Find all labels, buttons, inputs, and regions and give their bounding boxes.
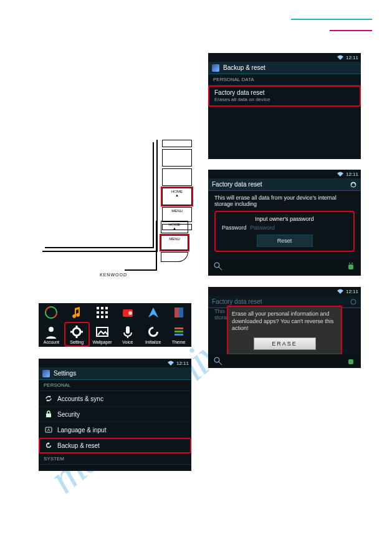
svg-rect-9	[101, 316, 103, 318]
home-button[interactable]: HOME▲	[162, 188, 192, 205]
header-line-teal	[291, 19, 372, 20]
status-time: 12:11	[346, 289, 358, 294]
svg-rect-25	[174, 334, 183, 336]
screen-title: Factory data reset	[212, 298, 262, 305]
svg-line-30	[219, 267, 222, 270]
book-icon[interactable]	[166, 303, 191, 322]
svg-point-29	[214, 263, 219, 268]
row-language-input[interactable]: A Language & input	[39, 422, 191, 438]
footer	[208, 259, 361, 273]
password-header: Input owner's password	[222, 216, 347, 222]
svg-rect-5	[97, 311, 99, 314]
android-icon[interactable]	[346, 261, 356, 271]
svg-rect-24	[174, 331, 183, 332]
svg-rect-37	[348, 359, 353, 364]
app-theme[interactable]: Theme	[166, 322, 191, 347]
app-voice[interactable]: Voice	[115, 322, 140, 347]
search-icon[interactable]	[213, 261, 223, 271]
svg-rect-23	[174, 327, 183, 329]
home-shortcut-bar: Account Setting Wallpaper Voice Initiali…	[39, 303, 191, 347]
app-wallpaper[interactable]: Wallpaper	[90, 322, 115, 347]
svg-rect-4	[105, 307, 108, 309]
brand-logo: KENWOOD	[100, 273, 127, 277]
menu-button[interactable]: MENU	[161, 235, 188, 250]
svg-point-15	[49, 327, 54, 332]
sync-icon	[45, 395, 52, 402]
svg-rect-8	[97, 316, 99, 318]
apps-grid-icon[interactable]	[90, 303, 115, 322]
lock-icon	[45, 410, 52, 418]
home-button[interactable]: HOME▲	[161, 221, 188, 233]
language-icon: A	[45, 426, 52, 433]
menu-button[interactable]: MENU	[162, 207, 192, 222]
password-input[interactable]: Password	[251, 225, 275, 231]
app-initialize[interactable]: Initialize	[140, 322, 166, 347]
svg-rect-10	[105, 316, 108, 318]
erase-confirm-dialog: Erase all your personal information and …	[227, 306, 342, 355]
backup-reset-screen: 12:11 Backup & reset PERSONAL DATA Facto…	[208, 53, 361, 159]
refresh-icon[interactable]	[350, 181, 357, 188]
svg-point-33	[351, 263, 353, 264]
svg-rect-13	[174, 308, 179, 317]
svg-text:A: A	[47, 428, 50, 432]
svg-rect-6	[101, 311, 103, 314]
svg-point-32	[349, 263, 350, 264]
media-icon[interactable]	[39, 303, 64, 322]
password-box: Input owner's password Password Password…	[214, 211, 355, 252]
reset-button[interactable]: Reset	[257, 235, 313, 247]
app-setting[interactable]: Setting	[64, 322, 90, 347]
svg-rect-31	[348, 264, 353, 269]
wifi-icon	[168, 361, 174, 366]
row-backup-reset[interactable]: Backup & reset	[39, 438, 191, 453]
app-account[interactable]: Account	[39, 322, 64, 347]
settings-screen: 12:11 Settings PERSONAL Accounts & sync …	[39, 359, 191, 471]
svg-rect-7	[105, 311, 108, 314]
status-bar: 12:11	[39, 359, 191, 367]
svg-rect-26	[46, 414, 51, 417]
wifi-icon	[337, 55, 343, 60]
search-icon[interactable]	[213, 356, 223, 366]
svg-point-12	[128, 311, 132, 315]
header-line-red	[330, 30, 372, 31]
radio-icon[interactable]	[115, 303, 140, 322]
status-bar: 12:11	[208, 170, 361, 178]
status-bar: 12:11	[208, 287, 361, 296]
svg-rect-3	[101, 307, 103, 309]
screen-title: Backup & reset	[223, 64, 265, 71]
section-personal-data: PERSONAL DATA	[208, 74, 361, 85]
nav-icon[interactable]	[140, 303, 166, 322]
svg-point-16	[73, 328, 80, 336]
svg-point-35	[214, 357, 219, 362]
factory-reset-password-screen: 12:11 Factory data reset This will erase…	[208, 170, 361, 276]
wifi-icon	[337, 289, 343, 294]
title-bar: Settings	[39, 367, 191, 380]
factory-reset-confirm-screen: 12:11 Factory data reset This will erase…	[208, 287, 361, 368]
title-bar: Backup & reset	[208, 62, 361, 74]
android-icon[interactable]	[346, 356, 356, 366]
password-label: Password	[222, 225, 247, 231]
screen-title: Factory data reset	[212, 181, 262, 188]
screen-title: Settings	[54, 370, 76, 377]
svg-rect-2	[97, 307, 99, 309]
section-system: SYSTEM	[39, 453, 191, 465]
reset-warning-text: This will erase all data from your devic…	[214, 195, 355, 207]
device-illustration-menu: HOME▲ MENU KENWOOD	[125, 221, 191, 277]
section-personal: PERSONAL	[39, 380, 191, 391]
status-bar: 12:11	[208, 53, 361, 62]
row-factory-data-reset[interactable]: Factory data reset Erases all data on de…	[208, 85, 361, 107]
row-accounts-sync[interactable]: Accounts & sync	[39, 391, 191, 407]
title-bar: Factory data reset	[208, 178, 361, 191]
svg-point-34	[351, 299, 356, 304]
music-icon[interactable]	[64, 303, 90, 322]
wifi-icon	[337, 172, 343, 177]
row-security[interactable]: Security	[39, 407, 191, 422]
backup-icon	[45, 442, 52, 449]
dialog-message: Erase all your personal information and …	[232, 311, 337, 332]
status-time: 12:11	[346, 172, 358, 177]
svg-rect-14	[179, 308, 183, 317]
erase-button[interactable]: ERASE	[254, 337, 316, 350]
footer	[208, 354, 361, 368]
refresh-icon[interactable]	[350, 298, 357, 306]
svg-rect-22	[126, 326, 130, 334]
status-time: 12:11	[346, 55, 358, 61]
